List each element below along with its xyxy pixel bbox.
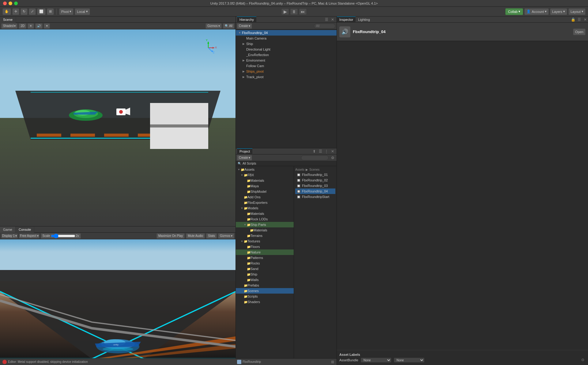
audio-toggle[interactable]: 🔊 (35, 23, 43, 29)
project-icon-btn2[interactable]: ☰ (318, 149, 323, 154)
scene-tab[interactable]: Scene (0, 17, 16, 23)
rect-tool-button[interactable]: ⬜ (37, 8, 46, 15)
project-tree-item-addons[interactable]: 📁 Add Ons (236, 194, 294, 200)
move-tool-button[interactable]: ✛ (12, 8, 19, 15)
hierarchy-item-ship[interactable]: ▶Ship (236, 41, 337, 47)
hierarchy-item-maincam[interactable]: Main Camera (236, 36, 337, 41)
project-search-options[interactable]: ⚙ (330, 155, 335, 161)
project-tree-item-rocks[interactable]: 📁 Rocks (236, 260, 294, 266)
project-tree-item-materials-models[interactable]: 📁 Materials (236, 211, 294, 216)
asset-bundle-variant-select[interactable]: None (394, 358, 424, 363)
scene-viewport[interactable]: X Y Z (0, 29, 236, 226)
project-menu-btn[interactable]: ⋮ (324, 149, 329, 154)
maximize-on-play-btn[interactable]: Maximize On Play (156, 233, 185, 239)
project-file-f5[interactable]: 🔲FbxRoundtripStart (295, 194, 335, 200)
project-tree-item-fbxexporters[interactable]: 📁 FbxExporters (236, 200, 294, 205)
hierarchy-item-shipspivot[interactable]: ▶Ships_pivot (236, 69, 337, 74)
project-tab[interactable]: Project (237, 148, 252, 154)
gizmos-dropdown[interactable]: Gizmos ▾ (205, 23, 222, 29)
stats-btn[interactable]: Stats (206, 233, 217, 239)
search-all-scene[interactable]: 🔍 All (223, 23, 234, 29)
project-create-btn[interactable]: Create ▾ (237, 155, 252, 161)
play-button[interactable]: ▶ (281, 8, 289, 15)
project-tree-item-rocklods[interactable]: 📁 Rock LODs (236, 216, 294, 222)
collab-button[interactable]: Collab ▾ (505, 8, 523, 15)
maximize-button[interactable] (14, 2, 18, 5)
step-button[interactable]: ⏭ (299, 8, 307, 15)
gizmos-game-btn[interactable]: Gizmos ▾ (218, 233, 234, 239)
hierarchy-item-followcam[interactable]: Follow Cam (236, 63, 337, 69)
project-tree-item-patterns[interactable]: 📁 Patterns (236, 255, 294, 260)
project-tree-item-walls[interactable]: 📁 Walls (236, 277, 294, 283)
project-tree-item-scenes[interactable]: 📁 Scenes (236, 288, 294, 294)
pivot-button[interactable]: Pivot ▾ (59, 8, 74, 15)
project-tree-item-shaders[interactable]: 📁 Shaders (236, 299, 294, 305)
project-tree-item-sand[interactable]: 📁 Sand (236, 266, 294, 272)
project-tree-item-models[interactable]: ▼📁 Models (236, 205, 294, 211)
scale-range[interactable] (51, 234, 75, 238)
hand-tool-button[interactable]: ✋ (2, 8, 11, 15)
project-tree-item-maya[interactable]: 📁 Maya (236, 183, 294, 189)
project-file-f1[interactable]: 🔲FbxRoundtrip_01 (295, 172, 335, 177)
game-tab[interactable]: Game (0, 226, 16, 233)
inspector-lock-btn[interactable]: 🔒 (570, 17, 576, 22)
transform-tool-button[interactable]: ⊞ (47, 8, 54, 15)
hierarchy-create-btn[interactable]: Create ▾ (237, 23, 252, 29)
project-tree-item-terrains[interactable]: 📁 Terrains (236, 233, 294, 238)
game-viewport[interactable]: unity (0, 239, 236, 358)
project-file-f4[interactable]: 🔲FbxRoundtrip_04 (295, 188, 335, 194)
inspector-tab[interactable]: Inspector (337, 17, 356, 23)
project-tree-item-materials-ship[interactable]: 📁 Materials (236, 227, 294, 233)
hierarchy-item-trackpivot[interactable]: ▶Track_pivot (236, 74, 337, 80)
hierarchy-item-root[interactable]: ▼FbxRoundtrip_04 (236, 30, 337, 36)
project-file-f2[interactable]: 🔲FbxRoundtrip_02 (295, 177, 335, 183)
project-file-f3[interactable]: 🔲FbxRoundtrip_03 (295, 183, 335, 188)
shading-mode-dropdown[interactable]: Shaded ▾ (1, 23, 17, 29)
close-button[interactable] (3, 2, 7, 5)
mute-audio-btn[interactable]: Mute Audio (186, 233, 205, 239)
account-button[interactable]: 👤 Account ▾ (524, 8, 549, 15)
project-icon-btn1[interactable]: ⬆ (311, 149, 317, 154)
project-tree-item-assets[interactable]: ▼📁 Assets (236, 167, 294, 172)
effects-toggle[interactable]: ✦ (44, 23, 50, 29)
bottom-icon-btn[interactable]: ⊙ (580, 357, 586, 363)
layers-button[interactable]: Layers ▾ (550, 8, 567, 15)
hierarchy-close-btn[interactable]: ✕ (330, 17, 335, 22)
local-button[interactable]: Local ▾ (75, 8, 90, 15)
scale-tool-button[interactable]: ⤢ (29, 8, 36, 15)
inspector-menu-btn[interactable]: ☰ (576, 17, 582, 22)
pause-button[interactable]: ⏸ (290, 8, 298, 15)
project-tree-item-shipparts[interactable]: ▼📁 Ship Parts (236, 222, 294, 227)
project-close-btn[interactable]: ✕ (330, 149, 335, 154)
project-tree-item-shipmodel[interactable]: 📁 ShipModel (236, 189, 294, 194)
project-tree-item-scripts[interactable]: 📁 Scripts (236, 294, 294, 299)
project-tree-item-floors[interactable]: 📁 Floors (236, 244, 294, 249)
aspect-dropdown[interactable]: Free Aspect▾ (19, 234, 39, 238)
display-dropdown[interactable]: Display 1▾ (1, 234, 18, 238)
2d-toggle[interactable]: 2D (19, 23, 26, 29)
project-tree-item-ship-tex[interactable]: 📁 Ship (236, 272, 294, 277)
minimize-button[interactable] (9, 2, 12, 5)
bottom-slider-icon[interactable]: ⊞ (330, 359, 335, 365)
layout-button[interactable]: Layout ▾ (568, 8, 586, 15)
rotate-tool-button[interactable]: ↻ (21, 8, 28, 15)
lighting-tab[interactable]: Lighting (356, 17, 372, 23)
asset-bundle-select[interactable]: None (361, 358, 391, 363)
hierarchy-menu-btn[interactable]: ☰ (324, 17, 329, 22)
hierarchy-item-dirlight[interactable]: Directional Light (236, 47, 337, 52)
inspector-open-btn[interactable]: Open (573, 29, 586, 35)
scale-slider[interactable]: Scale 2x (41, 233, 81, 239)
hierarchy-search[interactable] (314, 24, 335, 29)
inspector-close-btn[interactable]: ✕ (582, 17, 588, 22)
hierarchy-item-envreflect[interactable]: _EnvReflection (236, 52, 337, 58)
project-tree-item-nature[interactable]: 📁 Nature (236, 249, 294, 255)
lighting-toggle[interactable]: ☀ (28, 23, 34, 29)
project-search[interactable] (301, 155, 329, 160)
project-tree-item-textures[interactable]: ▼📁 Textures (236, 238, 294, 244)
hierarchy-tab[interactable]: Hierarchy (237, 17, 256, 23)
project-tree-item-prefabs[interactable]: 📁 Prefabs (236, 283, 294, 288)
project-tree-item-fbx[interactable]: ▼📁 FBX (236, 172, 294, 178)
hierarchy-item-environment[interactable]: ▶Environment (236, 58, 337, 63)
console-tab[interactable]: Console (16, 226, 34, 233)
project-tree-item-materials-fbx[interactable]: 📁 Materials (236, 178, 294, 183)
